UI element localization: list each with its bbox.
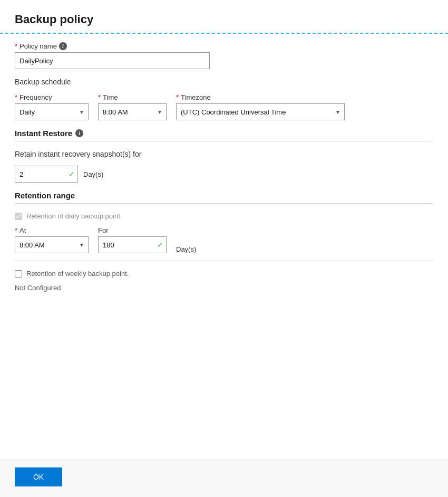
weekly-retention-checkbox-row: Retention of weekly backup point.	[15, 270, 433, 278]
time-label: * Time	[98, 93, 167, 101]
policy-name-group: * Policy name i	[15, 42, 433, 69]
schedule-fields-row: * Frequency Daily Weekly Monthly ▼	[15, 93, 433, 120]
for-label: For	[98, 226, 167, 234]
freq-required: *	[15, 93, 17, 101]
snapshot-days-wrapper: ✓	[15, 166, 78, 183]
time-select[interactable]: 8:00 AM 9:00 AM 10:00 AM	[98, 103, 167, 120]
frequency-select[interactable]: Daily Weekly Monthly	[15, 103, 89, 120]
timezone-label-text: Timezone	[181, 93, 211, 101]
not-configured-text: Not Configured	[15, 284, 433, 292]
at-required: *	[15, 226, 17, 234]
at-label: * At	[15, 226, 89, 234]
timezone-field: * Timezone (UTC) Coordinated Universal T…	[176, 93, 345, 120]
policy-name-label: * Policy name i	[15, 42, 433, 50]
retention-range-section: Retention range Retention of daily backu…	[15, 191, 433, 292]
timezone-label: * Timezone	[176, 93, 345, 101]
timezone-select[interactable]: (UTC) Coordinated Universal Time (UTC-05…	[176, 103, 345, 120]
instant-restore-heading-block: Instant Restore i	[15, 129, 433, 138]
policy-name-input[interactable]	[15, 52, 210, 69]
daily-retention-label: Retention of daily backup point.	[26, 212, 122, 220]
instant-restore-description: Retain instant recovery snapshot(s) for	[15, 150, 433, 158]
instant-restore-heading: Instant Restore	[15, 129, 72, 138]
retention-range-divider	[15, 203, 433, 204]
weekly-retention-checkbox[interactable]	[15, 270, 22, 278]
time-label-text: Time	[103, 93, 118, 101]
daily-retention-checkbox[interactable]	[15, 213, 22, 220]
instant-restore-group: Instant Restore i Retain instant recover…	[15, 129, 433, 183]
retention-range-heading-block: Retention range	[15, 191, 433, 200]
backup-schedule-group: Backup schedule * Frequency Daily Weekly…	[15, 78, 433, 120]
at-field: * At 8:00 AM 9:00 AM 10:00 AM ▼	[15, 226, 89, 253]
at-for-row: * At 8:00 AM 9:00 AM 10:00 AM ▼	[15, 226, 433, 253]
retention-range-heading: Retention range	[15, 191, 75, 200]
frequency-label: * Frequency	[15, 93, 89, 101]
instant-restore-divider	[15, 141, 433, 141]
panel-body: * Policy name i Backup schedule * Freque…	[0, 42, 448, 460]
for-days-input[interactable]	[98, 236, 167, 253]
weekly-divider	[15, 261, 433, 261]
panel-footer: OK	[0, 460, 448, 497]
time-select-wrapper: 8:00 AM 9:00 AM 10:00 AM ▼	[98, 103, 167, 120]
policy-name-text: Policy name	[20, 42, 57, 50]
instant-restore-info-icon[interactable]: i	[75, 129, 83, 137]
snapshot-days-unit: Day(s)	[83, 170, 103, 178]
frequency-field: * Frequency Daily Weekly Monthly ▼	[15, 93, 89, 120]
required-star: *	[15, 42, 17, 50]
frequency-select-wrapper: Daily Weekly Monthly ▼	[15, 103, 89, 120]
for-field: For ✓	[98, 226, 167, 253]
for-input-wrapper: ✓	[98, 236, 167, 253]
for-label-text: For	[98, 226, 109, 234]
time-field: * Time 8:00 AM 9:00 AM 10:00 AM ▼	[98, 93, 167, 120]
ok-button[interactable]: OK	[15, 467, 62, 486]
timezone-select-wrapper: (UTC) Coordinated Universal Time (UTC-05…	[176, 103, 345, 120]
at-select-wrapper: 8:00 AM 9:00 AM 10:00 AM ▼	[15, 236, 89, 253]
snapshot-row: ✓ Day(s)	[15, 166, 433, 183]
time-required: *	[98, 93, 101, 101]
panel-header: Backup policy	[0, 0, 448, 33]
policy-name-info-icon[interactable]: i	[59, 42, 67, 50]
for-days-unit: Day(s)	[176, 245, 196, 253]
at-time-select[interactable]: 8:00 AM 9:00 AM 10:00 AM	[15, 236, 89, 253]
weekly-retention-block: Retention of weekly backup point. Not Co…	[15, 270, 433, 292]
daily-retention-checkbox-row: Retention of daily backup point.	[15, 212, 433, 220]
at-label-text: At	[20, 226, 26, 234]
frequency-label-text: Frequency	[20, 93, 52, 101]
dashed-divider	[0, 33, 448, 34]
weekly-retention-label: Retention of weekly backup point.	[26, 270, 129, 278]
tz-required: *	[176, 93, 179, 101]
page-title: Backup policy	[15, 13, 433, 26]
snapshot-days-input[interactable]	[15, 166, 78, 183]
backup-policy-panel: Backup policy * Policy name i Backup sch…	[0, 0, 448, 497]
backup-schedule-label: Backup schedule	[15, 78, 433, 86]
